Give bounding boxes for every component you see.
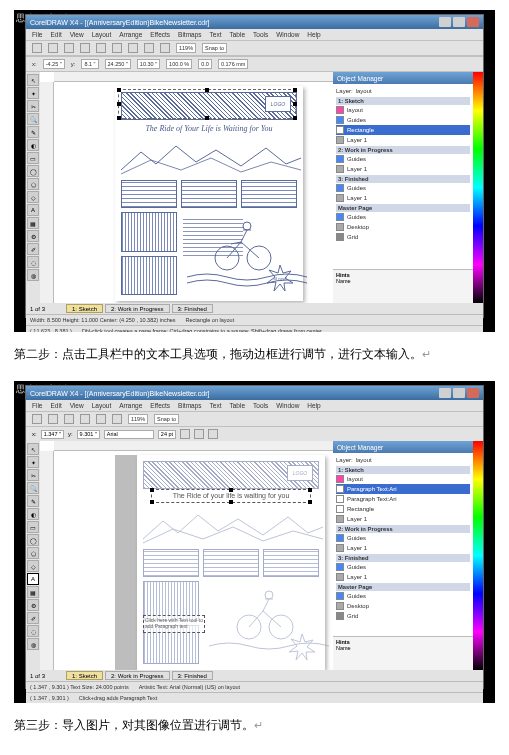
save-icon[interactable] <box>64 414 74 424</box>
layer-row[interactable]: Layer 1 <box>336 164 470 174</box>
group-master[interactable]: Master Page <box>336 583 470 591</box>
table-tool[interactable]: ▦ <box>27 217 39 229</box>
eyedropper-tool[interactable]: ✐ <box>27 612 39 624</box>
pos-y[interactable]: 8.1 " <box>81 59 98 69</box>
minimize-button[interactable] <box>439 17 451 27</box>
resize-handle-se[interactable] <box>308 500 312 504</box>
size-w[interactable]: 24.250 " <box>105 59 131 69</box>
layer-row[interactable]: layout <box>336 105 470 115</box>
menu-bitmaps[interactable]: Bitmaps <box>178 31 201 38</box>
menu-text[interactable]: Text <box>210 402 222 409</box>
layer-row[interactable]: Guides <box>336 591 470 601</box>
layer-row[interactable]: Grid <box>336 611 470 621</box>
color-palette[interactable] <box>473 72 483 303</box>
group-sketch[interactable]: 1: Sketch <box>336 97 470 105</box>
layer-row[interactable]: Layer 1 <box>336 514 470 524</box>
selection[interactable] <box>118 89 296 119</box>
maximize-button[interactable] <box>453 17 465 27</box>
bold-icon[interactable] <box>180 429 190 439</box>
close-button[interactable] <box>467 388 479 398</box>
layer-row[interactable]: Guides <box>336 212 470 222</box>
fill-tool[interactable]: ◍ <box>27 638 39 650</box>
layer-row[interactable]: Guides <box>336 115 470 125</box>
rotation[interactable]: 0.0 <box>198 59 212 69</box>
text-tool[interactable]: A <box>27 204 39 216</box>
layer-row[interactable]: layout <box>336 474 470 484</box>
layer-row-selected[interactable]: Paragraph Text:Ari <box>336 484 470 494</box>
crop-tool[interactable]: ✂ <box>27 469 39 481</box>
copy-icon[interactable] <box>112 43 122 53</box>
ellipse-tool[interactable]: ◯ <box>27 534 39 546</box>
resize-handle-n[interactable] <box>229 488 233 492</box>
menu-text[interactable]: Text <box>210 31 222 38</box>
menu-view[interactable]: View <box>70 402 84 409</box>
resize-handle-nw[interactable] <box>150 488 154 492</box>
group-wip[interactable]: 2: Work in Progress <box>336 525 470 533</box>
rectangle-tool[interactable]: ▭ <box>27 152 39 164</box>
pos-x[interactable]: 1.347 " <box>41 430 64 439</box>
new-icon[interactable] <box>32 414 42 424</box>
menu-tools[interactable]: Tools <box>253 402 268 409</box>
freehand-tool[interactable]: ✎ <box>27 495 39 507</box>
size-h[interactable]: 10.30 " <box>137 59 160 69</box>
menu-arrange[interactable]: Arrange <box>119 402 142 409</box>
new-icon[interactable] <box>32 43 42 53</box>
close-button[interactable] <box>467 17 479 27</box>
paste-icon[interactable] <box>128 43 138 53</box>
resize-handle-ne[interactable] <box>293 88 297 92</box>
minimize-button[interactable] <box>439 388 451 398</box>
menu-effects[interactable]: Effects <box>150 402 170 409</box>
group-master[interactable]: Master Page <box>336 204 470 212</box>
table-tool[interactable]: ▦ <box>27 586 39 598</box>
menu-tools[interactable]: Tools <box>253 31 268 38</box>
smart-fill-tool[interactable]: ◐ <box>27 508 39 520</box>
freehand-tool[interactable]: ✎ <box>27 126 39 138</box>
open-icon[interactable] <box>48 414 58 424</box>
zoom-tool[interactable]: 🔍 <box>27 482 39 494</box>
eyedropper-tool[interactable]: ✐ <box>27 243 39 255</box>
menu-table[interactable]: Table <box>230 31 246 38</box>
outline-width[interactable]: 0.176 mm <box>218 59 248 69</box>
polygon-tool[interactable]: ⬠ <box>27 178 39 190</box>
menu-edit[interactable]: Edit <box>50 402 61 409</box>
resize-handle-nw[interactable] <box>117 88 121 92</box>
basic-shapes-tool[interactable]: ◇ <box>27 560 39 572</box>
zoom-field[interactable]: 119% <box>176 43 196 53</box>
color-palette[interactable] <box>473 441 483 670</box>
undo-icon[interactable] <box>96 414 106 424</box>
redo-icon[interactable] <box>160 43 170 53</box>
shape-tool[interactable]: ✦ <box>27 87 39 99</box>
resize-handle-w[interactable] <box>117 102 121 106</box>
menu-window[interactable]: Window <box>276 31 299 38</box>
resize-handle-ne[interactable] <box>308 488 312 492</box>
group-finished[interactable]: 3: Finished <box>336 554 470 562</box>
outline-tool[interactable]: ◌ <box>27 625 39 637</box>
group-wip[interactable]: 2: Work in Progress <box>336 146 470 154</box>
interactive-tool[interactable]: ⚙ <box>27 599 39 611</box>
ellipse-tool[interactable]: ◯ <box>27 165 39 177</box>
resize-handle-n[interactable] <box>205 88 209 92</box>
outline-tool[interactable]: ◌ <box>27 256 39 268</box>
text-tool[interactable]: A <box>27 573 39 585</box>
menu-edit[interactable]: Edit <box>50 31 61 38</box>
layer-row[interactable]: Guides <box>336 154 470 164</box>
paragraph-text-frame[interactable]: Click here with Text tool to add Paragra… <box>143 615 205 633</box>
interactive-tool[interactable]: ⚙ <box>27 230 39 242</box>
polygon-tool[interactable]: ⬠ <box>27 547 39 559</box>
menu-file[interactable]: File <box>32 402 42 409</box>
save-icon[interactable] <box>64 43 74 53</box>
tab-finished[interactable]: 3: Finished <box>172 671 213 680</box>
menu-window[interactable]: Window <box>276 402 299 409</box>
menu-table[interactable]: Table <box>230 402 246 409</box>
layer-row[interactable]: Rectangle <box>336 504 470 514</box>
menu-layout[interactable]: Layout <box>92 31 112 38</box>
menu-arrange[interactable]: Arrange <box>119 31 142 38</box>
font-size-field[interactable]: 24 pt <box>158 430 176 439</box>
font-family-field[interactable]: Arial <box>104 430 154 439</box>
print-icon[interactable] <box>80 414 90 424</box>
layer-row[interactable]: Grid <box>336 232 470 242</box>
resize-handle-se[interactable] <box>293 116 297 120</box>
artistic-text-frame[interactable]: The Ride of your life is waiting for you <box>151 489 311 503</box>
tab-wip[interactable]: 2: Work in Progress <box>105 671 170 680</box>
canvas[interactable]: LOGO <box>40 441 333 670</box>
